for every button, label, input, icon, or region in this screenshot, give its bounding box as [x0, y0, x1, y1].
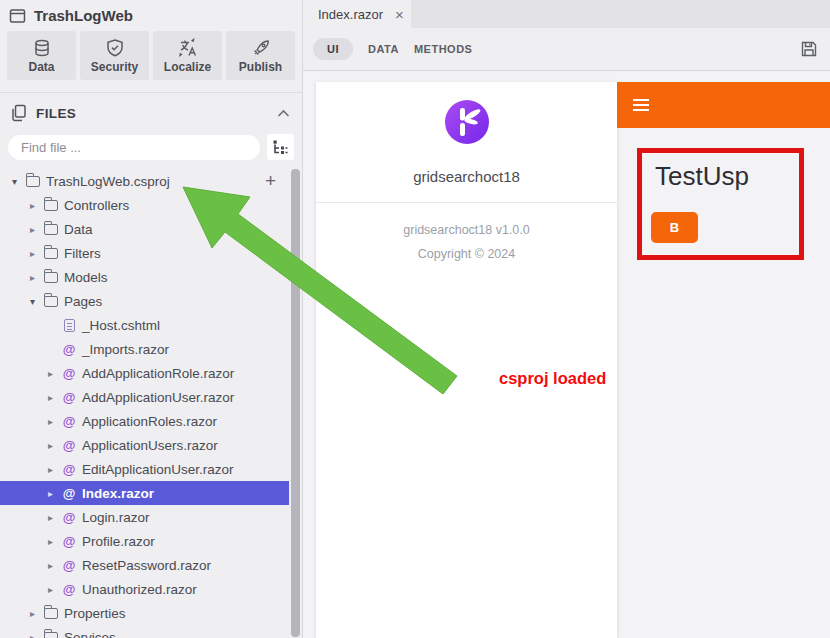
caret-icon[interactable] — [42, 440, 59, 451]
file-icon — [59, 412, 79, 430]
file-name: AddApplicationRole.razor — [79, 366, 234, 381]
close-icon[interactable]: × — [395, 7, 404, 22]
caret-icon[interactable] — [24, 272, 41, 283]
tab-ui[interactable]: UI — [313, 38, 353, 60]
file-name: AddApplicationUser.razor — [79, 390, 234, 405]
files-section: FILES T — [0, 92, 302, 638]
caret-icon[interactable] — [42, 488, 59, 499]
save-button[interactable] — [800, 40, 818, 58]
tab-index-razor[interactable]: Index.razor × — [303, 0, 411, 28]
project-header: TrashLogWeb — [0, 0, 302, 28]
tree-row[interactable]: Filters — [0, 241, 289, 265]
caret-icon[interactable] — [42, 416, 59, 427]
file-icon — [41, 248, 61, 259]
tree-row[interactable]: Controllers — [0, 193, 289, 217]
file-name: _Imports.razor — [79, 342, 169, 357]
tree-view-icon — [272, 139, 289, 156]
preview-page-header — [617, 82, 830, 128]
tree-row[interactable]: AddApplicationRole.razor — [0, 361, 289, 385]
tree-row[interactable]: _Host.cshtml — [0, 313, 289, 337]
file-tree-scrollbar[interactable] — [291, 169, 300, 637]
caret-icon[interactable] — [24, 608, 41, 619]
file-icon — [41, 608, 61, 619]
app-sidebar-preview: gridsearchoct18 gridsearchoct18 v1.0.0 C… — [316, 82, 617, 638]
tree-row[interactable]: Models — [0, 265, 289, 289]
file-icon — [41, 272, 61, 283]
tree-row[interactable]: Pages — [0, 289, 289, 313]
caret-icon[interactable] — [24, 632, 41, 638]
files-section-header[interactable]: FILES — [0, 93, 302, 131]
caret-icon[interactable] — [24, 200, 41, 211]
caret-icon[interactable] — [24, 296, 41, 307]
tree-row[interactable]: _Imports.razor — [0, 337, 289, 361]
window-icon — [9, 8, 26, 24]
file-icon — [41, 200, 61, 211]
caret-icon[interactable] — [42, 536, 59, 547]
data-button[interactable]: Data — [7, 31, 76, 80]
hamburger-icon[interactable] — [633, 99, 649, 111]
caret-icon[interactable] — [42, 464, 59, 475]
publish-button-label: Publish — [239, 60, 282, 74]
file-icon — [59, 484, 79, 502]
shield-icon — [105, 38, 125, 58]
caret-icon[interactable] — [24, 224, 41, 235]
tree-row[interactable]: AddApplicationUser.razor — [0, 385, 289, 409]
caret-icon[interactable] — [42, 512, 59, 523]
localize-button[interactable]: Localize — [153, 31, 222, 80]
tree-row[interactable]: Services — [0, 625, 289, 638]
project-panel: TrashLogWeb Data Security L — [0, 0, 303, 638]
translate-icon — [178, 38, 198, 58]
file-name: Login.razor — [79, 510, 150, 525]
files-icon — [10, 104, 28, 122]
app-name: gridsearchoct18 — [316, 168, 617, 185]
tree-row[interactable]: Profile.razor — [0, 529, 289, 553]
caret-icon[interactable] — [42, 392, 59, 403]
tab-data[interactable]: DATA — [368, 43, 399, 55]
chevron-up-icon[interactable] — [277, 109, 290, 118]
file-search-input[interactable] — [8, 135, 260, 160]
tree-row[interactable]: ApplicationUsers.razor — [0, 433, 289, 457]
file-name: _Host.cshtml — [79, 318, 160, 333]
tree-view-toggle-button[interactable] — [267, 134, 294, 160]
caret-icon[interactable] — [42, 584, 59, 595]
tree-row[interactable]: TrashLogWeb.csproj + — [0, 169, 289, 193]
caret-icon[interactable] — [6, 176, 23, 187]
file-icon — [59, 508, 79, 526]
design-canvas: gridsearchoct18 gridsearchoct18 v1.0.0 C… — [303, 71, 830, 638]
file-name: Data — [61, 222, 93, 237]
tree-row[interactable]: Login.razor — [0, 505, 289, 529]
caret-icon[interactable] — [42, 368, 59, 379]
file-icon — [59, 580, 79, 598]
tab-title: Index.razor — [318, 7, 383, 22]
tree-row[interactable]: Properties — [0, 601, 289, 625]
tree-row[interactable]: EditApplicationUser.razor — [0, 457, 289, 481]
caret-icon[interactable] — [24, 248, 41, 259]
file-name: Services — [61, 630, 116, 638]
security-button[interactable]: Security — [80, 31, 149, 80]
tree-row[interactable]: ResetPassword.razor — [0, 553, 289, 577]
file-name: Pages — [61, 294, 102, 309]
tree-row[interactable]: ApplicationRoles.razor — [0, 409, 289, 433]
app-copyright: Copyright © 2024 — [316, 247, 617, 261]
nav-buttons: Data Security Localize Publis — [0, 28, 302, 86]
tree-row[interactable]: Unauthorized.razor — [0, 577, 289, 601]
tree-row[interactable]: Data — [0, 217, 289, 241]
file-name: Properties — [61, 606, 126, 621]
files-section-title: FILES — [36, 106, 269, 121]
floppy-disk-icon — [800, 40, 818, 58]
tree-row[interactable]: Index.razor — [0, 481, 289, 505]
editor-tabstrip: Index.razor × — [303, 0, 830, 28]
caret-icon[interactable] — [42, 560, 59, 571]
annotation-note: csproj loaded — [499, 369, 606, 388]
publish-button[interactable]: Publish — [226, 31, 295, 80]
file-name: EditApplicationUser.razor — [79, 462, 234, 477]
file-search-row — [0, 131, 302, 166]
app-version: gridsearchoct18 v1.0.0 — [316, 223, 617, 237]
add-file-button[interactable]: + — [265, 170, 276, 192]
page-heading: TestUsp — [655, 161, 749, 192]
b-button[interactable]: B — [651, 212, 698, 243]
divider — [316, 202, 617, 203]
file-icon — [59, 532, 79, 550]
file-icon — [59, 436, 79, 454]
tab-methods[interactable]: METHODS — [414, 43, 473, 55]
